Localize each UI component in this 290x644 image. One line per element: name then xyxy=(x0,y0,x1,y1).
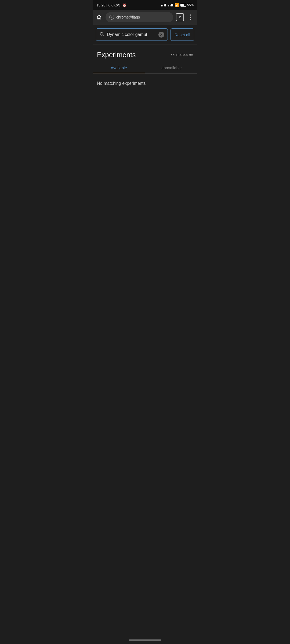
bar1 xyxy=(168,5,169,6)
search-icon xyxy=(99,32,104,38)
content-area: Experiments 99.0.4844.88 Available Unava… xyxy=(93,45,197,93)
battery: 55% xyxy=(180,3,194,7)
alarm-icon: ⏰ xyxy=(122,3,126,7)
tab-available[interactable]: Available xyxy=(93,62,145,73)
battery-percent: 55% xyxy=(187,3,194,7)
wifi-icon: 📶 xyxy=(175,3,179,7)
search-input[interactable]: Dynamic color gamut xyxy=(107,32,156,37)
experiments-title: Experiments xyxy=(97,51,136,59)
bar4 xyxy=(165,4,166,6)
reset-all-button[interactable]: Reset all xyxy=(171,28,194,41)
no-matching-text: No matching experiments xyxy=(97,81,146,86)
signal-bars-2 xyxy=(168,4,173,6)
home-icon xyxy=(96,14,102,20)
data-usage: | xyxy=(106,3,108,7)
status-bar: 15:28 | 0,0K6/c ⏰ 📶 55% xyxy=(93,0,197,10)
bar1 xyxy=(161,5,162,6)
info-icon: i xyxy=(109,15,114,20)
bar2 xyxy=(170,5,171,6)
address-text: chrome://flags xyxy=(116,15,169,19)
bar2 xyxy=(162,5,163,6)
no-matching-message: No matching experiments xyxy=(93,74,197,93)
clear-search-button[interactable]: ✕ xyxy=(158,32,164,38)
tab-available-label: Available xyxy=(111,65,127,70)
tab-count: 2 xyxy=(179,15,181,19)
battery-fill xyxy=(181,4,184,6)
svg-point-0 xyxy=(100,32,103,35)
menu-dot-1 xyxy=(190,14,191,16)
tabs-container: Available Unavailable xyxy=(93,62,197,74)
version-text: 99.0.4844.88 xyxy=(171,53,193,57)
time: 15:28 xyxy=(96,3,106,7)
search-box[interactable]: Dynamic color gamut ✕ xyxy=(96,28,168,41)
tab-count-button[interactable]: 2 xyxy=(176,13,184,21)
address-bar[interactable]: i chrome://flags xyxy=(106,12,173,22)
bar3 xyxy=(171,4,172,6)
tab-unavailable[interactable]: Unavailable xyxy=(145,62,197,73)
menu-dot-3 xyxy=(190,19,191,20)
menu-button[interactable] xyxy=(187,13,195,21)
clear-icon: ✕ xyxy=(160,33,163,36)
svg-line-1 xyxy=(103,35,104,36)
browser-bar: i chrome://flags 2 xyxy=(93,10,197,25)
data-speed: 0,0K6/c xyxy=(108,3,121,7)
bar3 xyxy=(164,4,165,6)
experiments-header: Experiments 99.0.4844.88 xyxy=(93,45,197,62)
search-container: Dynamic color gamut ✕ Reset all xyxy=(93,25,197,45)
home-button[interactable] xyxy=(95,13,103,21)
tab-unavailable-label: Unavailable xyxy=(161,65,182,70)
status-icons: 📶 55% xyxy=(161,3,194,7)
signal-bars-1 xyxy=(161,4,166,6)
menu-dot-2 xyxy=(190,17,191,18)
battery-icon xyxy=(180,4,186,7)
status-time-data: 15:28 | 0,0K6/c ⏰ xyxy=(96,3,126,7)
bar4 xyxy=(172,4,173,6)
